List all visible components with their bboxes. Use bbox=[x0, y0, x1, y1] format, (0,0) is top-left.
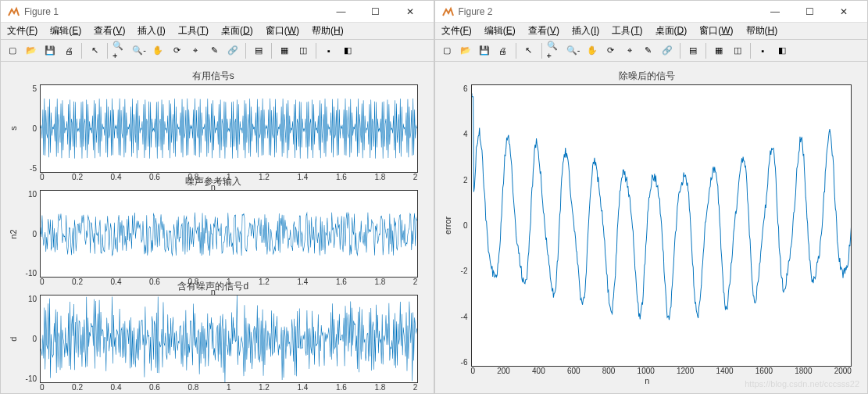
zoom-out-icon[interactable]: 🔍- bbox=[130, 42, 148, 59]
pan-icon[interactable]: ✋ bbox=[149, 42, 166, 59]
matlab-icon bbox=[441, 5, 454, 18]
pan-icon[interactable]: ✋ bbox=[584, 42, 601, 59]
rotate-icon[interactable]: ⟳ bbox=[602, 42, 620, 59]
legend-icon[interactable]: ▦ bbox=[710, 42, 727, 59]
figure-1-window: Figure 1 — ☐ ✕ 文件(F)编辑(E)查看(V)插入(I)工具(T)… bbox=[0, 0, 434, 394]
x-axis-ticks: 00.20.40.60.811.21.41.61.82 bbox=[9, 383, 418, 392]
menu-f[interactable]: 文件(F) bbox=[4, 23, 41, 39]
colorbar-icon[interactable]: ▤ bbox=[250, 42, 267, 59]
toolbar-separator bbox=[271, 43, 272, 59]
rotate-icon[interactable]: ⟳ bbox=[168, 42, 185, 59]
menu-v[interactable]: 查看(V) bbox=[91, 23, 128, 39]
toolbar-separator bbox=[541, 43, 542, 59]
matlab-icon bbox=[7, 5, 20, 18]
maximize-button[interactable]: ☐ bbox=[359, 1, 393, 23]
menu-f[interactable]: 文件(F) bbox=[438, 23, 475, 39]
toolbar: ▢📂💾🖨↖🔍+🔍-✋⟳⌖✎🔗▤▦◫▪◧ bbox=[1, 40, 434, 62]
toolbar-separator bbox=[245, 43, 246, 59]
pointer-icon[interactable]: ↖ bbox=[86, 42, 103, 59]
x-axis-ticks: 0200400600800100012001400160018002000 bbox=[443, 367, 852, 375]
pointer-icon[interactable]: ↖ bbox=[520, 42, 538, 59]
legend-icon[interactable]: ▦ bbox=[276, 42, 293, 59]
plot-area[interactable] bbox=[40, 295, 418, 383]
y-axis-ticks: 100-10 bbox=[20, 295, 40, 383]
y-axis-label: s bbox=[9, 84, 20, 173]
plot-area[interactable] bbox=[40, 84, 418, 173]
toolbar-separator bbox=[680, 43, 680, 59]
chart-title: 除噪后的信号 bbox=[443, 70, 852, 83]
menubar: 文件(F)编辑(E)查看(V)插入(I)工具(T)桌面(D)窗口(W)帮助(H) bbox=[435, 23, 868, 40]
menu-v[interactable]: 查看(V) bbox=[525, 23, 563, 39]
titlebar: Figure 2 — ☐ ✕ bbox=[435, 1, 868, 23]
close-button[interactable]: ✕ bbox=[827, 1, 861, 23]
plotedit-icon[interactable]: ◫ bbox=[295, 42, 312, 59]
brush-icon[interactable]: ✎ bbox=[205, 42, 223, 59]
plotedit-icon[interactable]: ◫ bbox=[729, 42, 746, 59]
datacursor-icon[interactable]: ⌖ bbox=[621, 42, 638, 59]
hide-icon[interactable]: ▪ bbox=[320, 42, 338, 59]
minimize-button[interactable]: — bbox=[758, 1, 792, 23]
menu-e[interactable]: 编辑(E) bbox=[47, 23, 84, 39]
subplot-0: 有用信号s s 50-5 00.20.40.60.811.21.41.61.82… bbox=[9, 70, 418, 170]
maximize-button[interactable]: ☐ bbox=[792, 1, 827, 23]
menubar: 文件(F)编辑(E)查看(V)插入(I)工具(T)桌面(D)窗口(W)帮助(H) bbox=[1, 23, 434, 40]
chart-title: 含有噪声的信号d bbox=[9, 280, 418, 293]
menu-e[interactable]: 编辑(E) bbox=[481, 23, 519, 39]
datacursor-icon[interactable]: ⌖ bbox=[187, 42, 204, 59]
print-icon[interactable]: 🖨 bbox=[495, 42, 512, 59]
chart-title: 有用信号s bbox=[9, 70, 418, 83]
toolbar: ▢📂💾🖨↖🔍+🔍-✋⟳⌖✎🔗▤▦◫▪◧ bbox=[435, 40, 868, 62]
subplot-2: 含有噪声的信号d d 100-10 00.20.40.60.811.21.41.… bbox=[9, 280, 418, 381]
menu-d[interactable]: 桌面(D) bbox=[652, 23, 691, 39]
menu-t[interactable]: 工具(T) bbox=[609, 23, 645, 39]
close-button[interactable]: ✕ bbox=[393, 1, 427, 23]
canvas-area: 除噪后的信号 error 6420-2-4-6 0200400600800100… bbox=[435, 62, 868, 393]
brush-icon[interactable]: ✎ bbox=[640, 42, 657, 59]
save-icon[interactable]: 💾 bbox=[476, 42, 493, 59]
colorbar-icon[interactable]: ▤ bbox=[684, 42, 702, 59]
menu-h[interactable]: 帮助(H) bbox=[309, 23, 347, 39]
toolbar-separator bbox=[81, 43, 82, 59]
zoom-in-icon[interactable]: 🔍+ bbox=[546, 42, 563, 59]
menu-t[interactable]: 工具(T) bbox=[175, 23, 212, 39]
y-axis-ticks: 50-5 bbox=[20, 84, 40, 173]
toolbar-separator bbox=[107, 43, 108, 59]
link-icon[interactable]: 🔗 bbox=[659, 42, 676, 59]
y-axis-ticks: 100-10 bbox=[20, 190, 40, 278]
plot-area[interactable] bbox=[40, 190, 418, 278]
menu-i[interactable]: 插入(I) bbox=[569, 23, 602, 39]
toolbar-separator bbox=[705, 43, 706, 59]
menu-w[interactable]: 窗口(W) bbox=[263, 23, 302, 39]
zoom-in-icon[interactable]: 🔍+ bbox=[112, 42, 129, 59]
dock-icon[interactable]: ◧ bbox=[339, 42, 356, 59]
chart-title: 噪声参考输入 bbox=[9, 175, 418, 188]
y-axis-label: d bbox=[9, 295, 20, 383]
menu-h[interactable]: 帮助(H) bbox=[743, 23, 781, 39]
window-title: Figure 1 bbox=[24, 6, 324, 17]
toolbar-separator bbox=[750, 43, 751, 59]
window-title: Figure 2 bbox=[459, 6, 759, 17]
toolbar-separator bbox=[516, 43, 516, 59]
menu-i[interactable]: 插入(I) bbox=[134, 23, 168, 39]
canvas-area: 有用信号s s 50-5 00.20.40.60.811.21.41.61.82… bbox=[1, 62, 434, 393]
open-icon[interactable]: 📂 bbox=[457, 42, 474, 59]
plot-area[interactable] bbox=[471, 84, 852, 367]
zoom-out-icon[interactable]: 🔍- bbox=[565, 42, 582, 59]
link-icon[interactable]: 🔗 bbox=[224, 42, 241, 59]
new-icon[interactable]: ▢ bbox=[438, 42, 455, 59]
y-axis-label: n2 bbox=[9, 190, 20, 278]
dock-icon[interactable]: ◧ bbox=[773, 42, 791, 59]
menu-w[interactable]: 窗口(W) bbox=[696, 23, 736, 39]
toolbar-separator bbox=[316, 43, 316, 59]
hide-icon[interactable]: ▪ bbox=[755, 42, 772, 59]
minimize-button[interactable]: — bbox=[324, 1, 359, 23]
watermark: https://blog.csdn.net/cccsss22 bbox=[745, 379, 859, 389]
menu-d[interactable]: 桌面(D) bbox=[218, 23, 256, 39]
y-axis-ticks: 6420-2-4-6 bbox=[454, 84, 471, 367]
new-icon[interactable]: ▢ bbox=[4, 42, 21, 59]
open-icon[interactable]: 📂 bbox=[23, 42, 40, 59]
subplot-1: 噪声参考输入 n2 100-10 00.20.40.60.811.21.41.6… bbox=[9, 175, 418, 276]
figure-2-window: Figure 2 — ☐ ✕ 文件(F)编辑(E)查看(V)插入(I)工具(T)… bbox=[434, 0, 869, 394]
print-icon[interactable]: 🖨 bbox=[60, 42, 77, 59]
save-icon[interactable]: 💾 bbox=[41, 42, 59, 59]
